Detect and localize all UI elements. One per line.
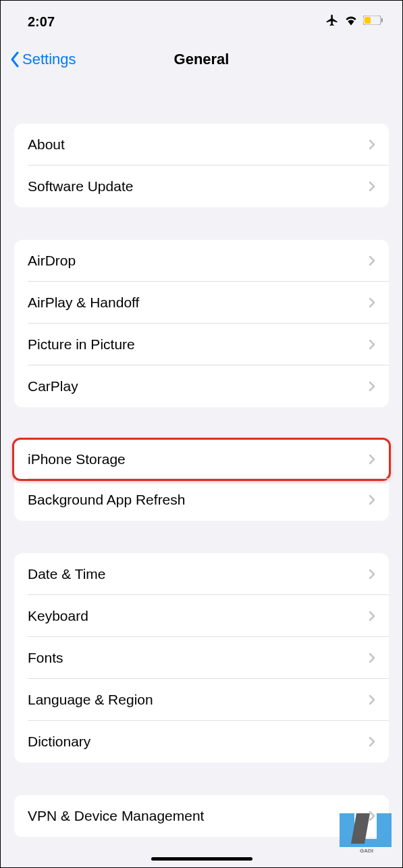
- row-label: Background App Refresh: [28, 492, 185, 508]
- chevron-right-icon: [369, 736, 375, 747]
- nav-bar: Settings General: [1, 40, 402, 87]
- settings-group: AirDrop AirPlay & Handoff Picture in Pic…: [14, 240, 389, 407]
- row-carplay[interactable]: CarPlay: [14, 365, 389, 407]
- row-label: Fonts: [28, 650, 63, 666]
- settings-group: About Software Update: [14, 124, 389, 207]
- row-label: CarPlay: [28, 378, 78, 394]
- row-language-region[interactable]: Language & Region: [14, 679, 389, 721]
- row-label: About: [28, 136, 65, 153]
- chevron-right-icon: [369, 454, 375, 465]
- status-bar: 2:07: [1, 1, 402, 40]
- row-label: VPN & Device Management: [28, 808, 204, 824]
- svg-text:GADI: GADI: [360, 848, 373, 854]
- row-about[interactable]: About: [14, 124, 389, 165]
- row-picture-in-picture[interactable]: Picture in Picture: [14, 324, 389, 365]
- back-label: Settings: [22, 51, 76, 68]
- row-label: Picture in Picture: [28, 336, 135, 353]
- content: About Software Update AirDrop AirPlay & …: [1, 124, 402, 837]
- row-airplay-handoff[interactable]: AirPlay & Handoff: [14, 282, 389, 324]
- chevron-right-icon: [369, 494, 375, 505]
- row-label: Date & Time: [28, 566, 106, 582]
- wifi-icon: [344, 15, 358, 28]
- page-title: General: [174, 51, 230, 68]
- chevron-right-icon: [369, 694, 375, 705]
- row-date-time[interactable]: Date & Time: [14, 553, 389, 595]
- row-dictionary[interactable]: Dictionary: [14, 721, 389, 763]
- chevron-right-icon: [369, 339, 375, 350]
- row-background-app-refresh[interactable]: Background App Refresh: [14, 479, 389, 521]
- row-label: AirDrop: [28, 253, 76, 269]
- row-fonts[interactable]: Fonts: [14, 637, 389, 679]
- home-indicator[interactable]: [151, 857, 252, 861]
- row-label: AirPlay & Handoff: [28, 295, 139, 311]
- svg-rect-5: [340, 839, 392, 847]
- row-label: iPhone Storage: [28, 451, 126, 467]
- chevron-right-icon: [369, 181, 375, 192]
- back-button[interactable]: Settings: [10, 51, 76, 68]
- svg-rect-1: [365, 17, 371, 24]
- svg-rect-2: [381, 18, 383, 22]
- settings-group: VPN & Device Management: [14, 795, 389, 837]
- status-time: 2:07: [28, 14, 55, 30]
- chevron-right-icon: [369, 653, 375, 663]
- status-icons: [325, 14, 383, 30]
- row-keyboard[interactable]: Keyboard: [14, 595, 389, 637]
- battery-icon: [363, 16, 383, 28]
- row-software-update[interactable]: Software Update: [14, 165, 389, 207]
- chevron-right-icon: [369, 297, 375, 308]
- chevron-right-icon: [369, 569, 375, 580]
- chevron-left-icon: [10, 51, 20, 68]
- row-label: Keyboard: [28, 608, 88, 624]
- settings-group: iPhone Storage Background App Refresh: [14, 438, 389, 521]
- row-vpn-device-management[interactable]: VPN & Device Management: [14, 795, 389, 837]
- row-label: Language & Region: [28, 692, 153, 708]
- settings-group: Date & Time Keyboard Fonts Language & Re…: [14, 553, 389, 763]
- chevron-right-icon: [369, 255, 375, 266]
- row-label: Dictionary: [28, 734, 90, 750]
- chevron-right-icon: [369, 139, 375, 150]
- watermark-logo: GADI: [336, 807, 397, 854]
- row-label: Software Update: [28, 178, 133, 195]
- row-airdrop[interactable]: AirDrop: [14, 240, 389, 282]
- row-iphone-storage[interactable]: iPhone Storage: [12, 438, 391, 481]
- airplane-icon: [325, 14, 339, 30]
- chevron-right-icon: [369, 611, 375, 621]
- chevron-right-icon: [369, 381, 375, 392]
